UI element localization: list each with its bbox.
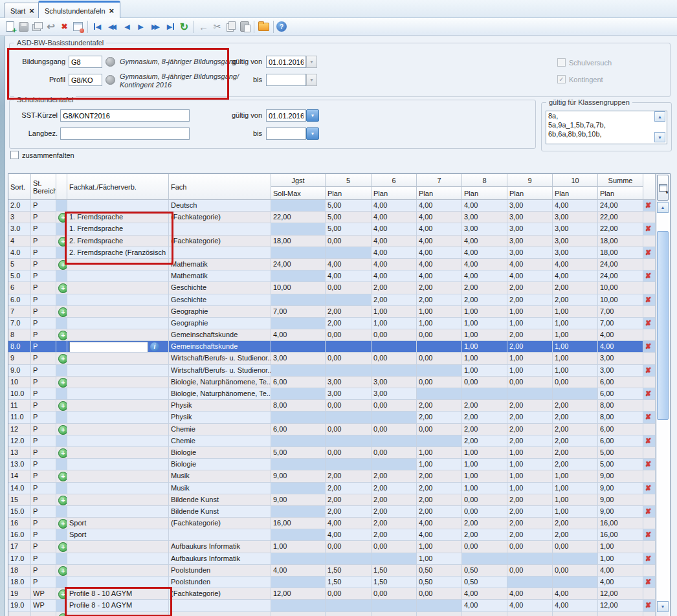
sst-bis-dropdown[interactable]: ▼: [306, 127, 319, 140]
cell-value[interactable]: 3,00: [598, 353, 643, 364]
cell-bereich[interactable]: P: [31, 470, 56, 482]
cell-value[interactable]: 2,00: [507, 412, 553, 423]
cell-value[interactable]: 2,00: [372, 494, 417, 506]
cell-value[interactable]: 7,00: [598, 306, 643, 318]
cell-value[interactable]: [372, 459, 417, 470]
cell-sort[interactable]: 14.0: [8, 483, 31, 494]
cell-value[interactable]: 0,50: [417, 577, 462, 588]
cell-bereich[interactable]: P: [31, 388, 56, 400]
cell-value[interactable]: 1,00: [507, 483, 553, 494]
cell-fach[interactable]: Poolstunden: [169, 565, 271, 577]
cell-value[interactable]: 2,00: [507, 341, 553, 353]
cell-value[interactable]: 2,00: [553, 529, 598, 541]
cell-value[interactable]: 1,00: [507, 353, 553, 364]
cell-value[interactable]: [326, 294, 372, 306]
cell-value[interactable]: 4,00: [372, 223, 417, 235]
cell-value[interactable]: 2,00: [553, 412, 598, 423]
cell-value[interactable]: [326, 600, 372, 611]
cell-fachkat[interactable]: i: [67, 341, 169, 353]
cell-value[interactable]: [271, 247, 326, 259]
table-scroll-down-icon[interactable]: ▼: [657, 601, 669, 612]
cell-value[interactable]: 4,00: [507, 588, 553, 600]
add-subject-icon[interactable]: +: [58, 354, 67, 364]
copy-window-icon[interactable]: [30, 20, 44, 33]
cell-value[interactable]: 4,00: [326, 270, 372, 282]
cell-value[interactable]: 0,00: [417, 329, 462, 341]
cell-value[interactable]: 1,00: [507, 459, 553, 470]
cell-bereich[interactable]: WP: [31, 588, 56, 600]
cell-value[interactable]: 18,00: [598, 247, 643, 259]
cell-value[interactable]: 4,00: [417, 270, 462, 282]
cell-value[interactable]: 1,00: [417, 306, 462, 318]
cell-sort[interactable]: 11.0: [8, 412, 31, 423]
cell-fachkat[interactable]: [67, 306, 169, 318]
cell-fach[interactable]: Physik: [169, 400, 271, 412]
cell-value[interactable]: 24,00: [598, 270, 643, 282]
cell-fach[interactable]: Bildende Kunst: [169, 506, 271, 518]
cell-value[interactable]: [271, 612, 326, 616]
cell-value[interactable]: 0,00: [417, 588, 462, 600]
profil-field[interactable]: [69, 74, 102, 86]
cell-fach[interactable]: Aufbaukurs Informatik: [169, 553, 271, 565]
nav-prev-fast-icon[interactable]: ◀◀: [104, 20, 120, 33]
kontingent-checkbox-box[interactable]: ✓: [557, 75, 566, 83]
cell-value[interactable]: 9,00: [271, 470, 326, 482]
cell-value[interactable]: 4,00: [598, 341, 643, 353]
cell-fachkat[interactable]: [67, 388, 169, 400]
cell-value[interactable]: 0,00: [507, 565, 553, 577]
cell-value[interactable]: [372, 435, 417, 447]
cell-fachkat[interactable]: [67, 294, 169, 306]
cell-fachkat[interactable]: [67, 459, 169, 470]
cell-value[interactable]: [271, 365, 326, 377]
cell-value[interactable]: 1,00: [553, 318, 598, 329]
cell-value[interactable]: 1,00: [462, 341, 507, 353]
cell-fach[interactable]: [169, 247, 271, 259]
nav-first-icon[interactable]: ◀: [91, 20, 104, 33]
delete-row-icon[interactable]: ✘: [645, 388, 651, 399]
cell-sort[interactable]: 15.0: [8, 506, 31, 518]
help-icon[interactable]: ?: [276, 21, 287, 32]
cell-value[interactable]: 4,00: [598, 329, 643, 341]
cell-value[interactable]: 24,00: [598, 200, 643, 212]
cell-value[interactable]: 12,00: [598, 588, 643, 600]
cell-sort[interactable]: 2.0: [8, 200, 31, 212]
cell-value[interactable]: 4,00: [553, 200, 598, 212]
cell-value[interactable]: 2,00: [462, 282, 507, 294]
add-subject-icon[interactable]: +: [58, 613, 67, 616]
cell-value[interactable]: 4,00: [507, 600, 553, 611]
cell-value[interactable]: 1,00: [553, 365, 598, 377]
klassengruppe-item[interactable]: 5a,9a_1,5b,7a,7b,: [546, 120, 667, 129]
cell-value[interactable]: 1,00: [553, 470, 598, 482]
cell-value[interactable]: 24,00: [598, 259, 643, 270]
cell-value[interactable]: 0,00: [417, 353, 462, 364]
paste-icon[interactable]: [238, 20, 251, 33]
cell-value[interactable]: 2,00: [462, 412, 507, 423]
cell-value[interactable]: 9,00: [598, 470, 643, 482]
delete-record-icon[interactable]: ✖: [58, 20, 71, 33]
cell-fach[interactable]: Chemie: [169, 435, 271, 447]
cell-bereich[interactable]: P: [31, 447, 56, 459]
cell-value[interactable]: [598, 612, 643, 616]
cell-fachkat[interactable]: 1. Fremdsprache: [67, 223, 169, 235]
cell-fachkat[interactable]: [67, 412, 169, 423]
cell-fach[interactable]: Geographie: [169, 306, 271, 318]
cell-value[interactable]: 5,00: [326, 200, 372, 212]
cell-value[interactable]: 2,00: [417, 400, 462, 412]
nav-next-icon[interactable]: ▶: [134, 20, 148, 33]
klassengruppen-scroll-up-icon[interactable]: ▲: [654, 111, 665, 122]
cell-value[interactable]: [271, 200, 326, 212]
cell-value[interactable]: 5,00: [326, 223, 372, 235]
cell-sort[interactable]: 18: [8, 565, 31, 577]
cell-value[interactable]: 0,00: [326, 447, 372, 459]
cell-value[interactable]: 2,00: [462, 424, 507, 435]
cell-value[interactable]: [507, 612, 553, 616]
cell-fachkat[interactable]: [67, 577, 169, 588]
cell-bereich[interactable]: P: [31, 435, 56, 447]
cell-value[interactable]: 9,00: [271, 494, 326, 506]
cell-value[interactable]: 0,00: [553, 565, 598, 577]
cell-value[interactable]: 4,00: [372, 259, 417, 270]
cell-fach[interactable]: Mathematik: [169, 270, 271, 282]
cell-bereich[interactable]: P: [31, 577, 56, 588]
cell-value[interactable]: 2,00: [507, 294, 553, 306]
cell-value[interactable]: 2,00: [553, 424, 598, 435]
